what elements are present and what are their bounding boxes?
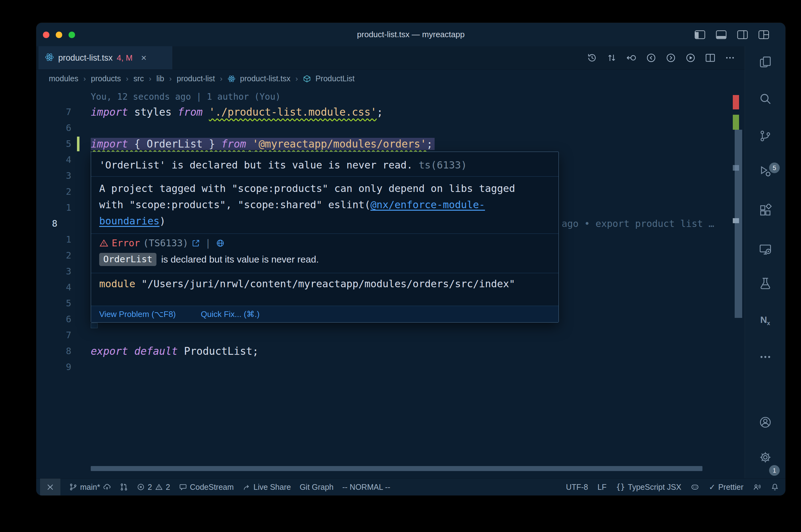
run-file-icon[interactable] [685, 53, 696, 63]
prettier-item[interactable]: ✓Prettier [709, 482, 743, 492]
history-icon[interactable] [587, 53, 597, 63]
close-tab-icon[interactable]: × [141, 53, 147, 62]
encoding-item[interactable]: UTF-8 [566, 482, 588, 492]
react-icon [227, 75, 236, 83]
line-number[interactable]: 5 [36, 296, 71, 311]
layout-panel-icon[interactable] [716, 30, 727, 39]
live-share-icon [242, 483, 251, 491]
line-number[interactable]: 9 [36, 359, 71, 375]
git-graph-item[interactable]: Git Graph [300, 482, 333, 492]
codestream-item[interactable]: CodeStream [179, 482, 234, 492]
search-icon[interactable] [759, 92, 772, 105]
line-number[interactable]: 1 [36, 200, 71, 216]
code-row[interactable]: 7import styles from './product-list.modu… [36, 104, 745, 120]
next-change-icon[interactable] [666, 53, 676, 63]
customize-layout-icon[interactable] [759, 30, 769, 39]
line-number[interactable]: 3 [36, 168, 71, 184]
compare-changes-icon[interactable] [606, 53, 617, 63]
line-number[interactable]: 2 [36, 184, 71, 200]
identifier-chip: OrderList [99, 253, 157, 266]
breadcrumb-item[interactable]: product-list [177, 74, 215, 83]
overview-error-marker [733, 95, 739, 109]
breadcrumb-item[interactable]: lib [157, 74, 164, 83]
line-number[interactable]: 3 [36, 264, 71, 280]
source-control-icon[interactable] [759, 129, 772, 142]
settings-gear-icon[interactable] [759, 451, 772, 464]
minimize-window-button[interactable] [56, 32, 62, 38]
code-row[interactable]: 6 [36, 120, 745, 136]
testing-icon[interactable] [759, 277, 772, 290]
pull-request-icon[interactable] [120, 483, 128, 491]
zoom-window-button[interactable] [69, 32, 75, 38]
breadcrumb-item[interactable]: product-list.tsx [240, 74, 290, 83]
line-number[interactable]: 8 [36, 216, 71, 232]
line-number[interactable]: 4 [36, 152, 71, 168]
nx-console-icon[interactable]: Nx [760, 315, 770, 327]
breadcrumb-item[interactable]: modules [49, 74, 78, 83]
vim-mode-indicator[interactable]: -- NORMAL -- [342, 482, 390, 492]
check-icon: ✓ [709, 482, 715, 492]
code-row[interactable]: 9 [36, 359, 745, 375]
breadcrumb-item[interactable]: products [91, 74, 121, 83]
horizontal-scrollbar[interactable] [91, 466, 703, 471]
feedback-icon[interactable] [753, 483, 761, 491]
line-number[interactable]: 6 [36, 311, 71, 327]
editor-actions [587, 46, 745, 70]
code-row[interactable]: 7 [36, 327, 745, 343]
line-number[interactable]: 2 [36, 248, 71, 264]
nx-enforce-module-boundaries-link[interactable]: @nx/enforce-module- [370, 199, 485, 211]
quick-fix-action[interactable]: Quick Fix... (⌘.) [201, 309, 260, 319]
eol-item[interactable]: LF [597, 482, 606, 492]
chevron-right-icon: › [169, 74, 172, 83]
line-number[interactable]: 1 [36, 232, 71, 248]
language-item[interactable]: {}TypeScript JSX [616, 482, 681, 492]
publish-icon [103, 483, 111, 491]
open-changes-icon[interactable] [626, 53, 637, 63]
external-link-icon[interactable] [192, 239, 200, 248]
close-window-button[interactable] [43, 32, 50, 38]
split-editor-icon[interactable] [705, 53, 715, 63]
branch-name: main* [80, 482, 100, 492]
nx-enforce-module-boundaries-link[interactable]: boundaries [99, 215, 160, 227]
hover-status-row: Error(TS6133) | [91, 234, 559, 251]
line-number[interactable]: 6 [36, 120, 71, 136]
gitlens-blame-heading: You, 12 seconds ago | 1 author (You) [91, 92, 281, 102]
tab-product-list[interactable]: product-list.tsx 4, M × [38, 46, 173, 70]
globe-icon[interactable] [216, 239, 225, 248]
blame-row[interactable]: You, 12 seconds ago | 1 author (You) [36, 88, 745, 104]
breadcrumb-item[interactable]: ProductList [315, 74, 354, 83]
notifications-bell-icon[interactable] [771, 483, 779, 491]
remote-explorer-icon[interactable] [759, 243, 772, 256]
code-row[interactable]: 5import { OrderList } from '@myreactapp/… [36, 136, 745, 152]
live-share-item[interactable]: Live Share [242, 482, 291, 492]
window-title: product-list.tsx — myreactapp [357, 30, 465, 39]
explorer-icon[interactable] [759, 56, 772, 69]
line-number[interactable]: 7 [36, 104, 71, 120]
settings-badge: 1 [769, 465, 780, 476]
layout-sidebar-right-icon[interactable] [737, 30, 748, 39]
extensions-icon[interactable] [759, 204, 772, 217]
problems-item[interactable]: 2 2 [137, 482, 170, 492]
copilot-icon[interactable] [691, 482, 699, 491]
line-number[interactable]: 5 [36, 136, 71, 152]
tab-bar: product-list.tsx 4, M × [36, 46, 745, 70]
hover-diagnostic-code: ts(6133) [419, 159, 467, 171]
accounts-icon[interactable] [759, 416, 772, 429]
git-branch-item[interactable]: main* [69, 482, 111, 492]
breadcrumb-item[interactable]: src [133, 74, 144, 83]
previous-change-icon[interactable] [646, 53, 656, 63]
code-row[interactable]: 8export default ProductList; [36, 343, 745, 359]
error-count: 2 [148, 482, 152, 492]
vertical-scrollbar[interactable] [735, 130, 742, 318]
view-problem-action[interactable]: View Problem (⌥F8) [99, 309, 176, 319]
line-number[interactable]: 8 [36, 343, 71, 359]
line-number[interactable]: 7 [36, 327, 71, 343]
title-bar[interactable]: product-list.tsx — myreactapp [36, 23, 785, 46]
remote-window-button[interactable] [40, 478, 60, 495]
editor[interactable]: You, 12 seconds ago | 1 author (You)7imp… [36, 88, 745, 478]
additional-views-icon[interactable] [759, 350, 772, 363]
line-number[interactable]: 4 [36, 280, 71, 296]
hover-detail-row: OrderList is declared but its value is n… [91, 251, 559, 273]
layout-sidebar-left-icon[interactable] [695, 30, 705, 39]
more-actions-icon[interactable] [725, 53, 735, 63]
